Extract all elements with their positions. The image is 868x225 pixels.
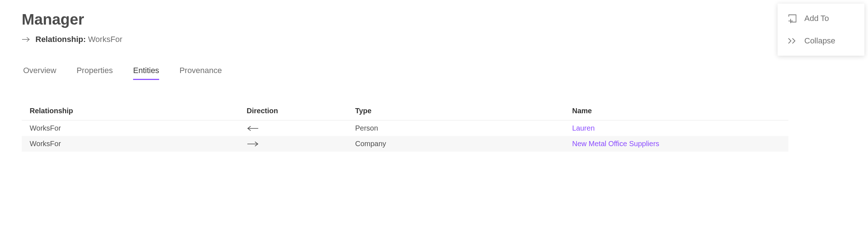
col-type: Type bbox=[355, 107, 572, 115]
collapse-button[interactable]: Collapse bbox=[778, 30, 864, 52]
cell-relationship: WorksFor bbox=[30, 124, 247, 132]
col-name: Name bbox=[572, 107, 780, 115]
cell-type: Company bbox=[355, 140, 572, 148]
table-header: Relationship Direction Type Name bbox=[22, 102, 788, 120]
cell-relationship: WorksFor bbox=[30, 140, 247, 148]
col-direction: Direction bbox=[247, 107, 355, 115]
entity-link[interactable]: Lauren bbox=[572, 124, 780, 132]
page-title: Manager bbox=[22, 11, 846, 28]
relationship-value: WorksFor bbox=[88, 35, 122, 44]
tabs: Overview Properties Entities Provenance bbox=[22, 66, 846, 80]
tab-overview[interactable]: Overview bbox=[23, 66, 56, 80]
collapse-icon bbox=[788, 37, 797, 44]
entity-link[interactable]: New Metal Office Suppliers bbox=[572, 140, 780, 148]
tab-properties[interactable]: Properties bbox=[77, 66, 113, 80]
add-to-label: Add To bbox=[804, 14, 829, 23]
add-to-button[interactable]: Add To bbox=[778, 7, 864, 30]
col-relationship: Relationship bbox=[30, 107, 247, 115]
arrow-right-icon bbox=[247, 141, 355, 147]
arrow-left-icon bbox=[247, 126, 355, 131]
arrow-right-icon bbox=[22, 37, 30, 42]
tab-provenance[interactable]: Provenance bbox=[179, 66, 222, 80]
actions-panel: Add To Collapse bbox=[778, 4, 864, 56]
table-row: WorksFor Company New Metal Office Suppli… bbox=[22, 136, 788, 152]
tab-entities[interactable]: Entities bbox=[133, 66, 159, 80]
relationship-label: Relationship: bbox=[35, 35, 86, 44]
add-to-icon bbox=[788, 14, 797, 23]
cell-type: Person bbox=[355, 124, 572, 132]
entities-table: Relationship Direction Type Name WorksFo… bbox=[22, 102, 788, 152]
relationship-summary: Relationship: WorksFor bbox=[22, 35, 846, 44]
collapse-label: Collapse bbox=[804, 36, 835, 46]
table-row: WorksFor Person Lauren bbox=[22, 120, 788, 136]
